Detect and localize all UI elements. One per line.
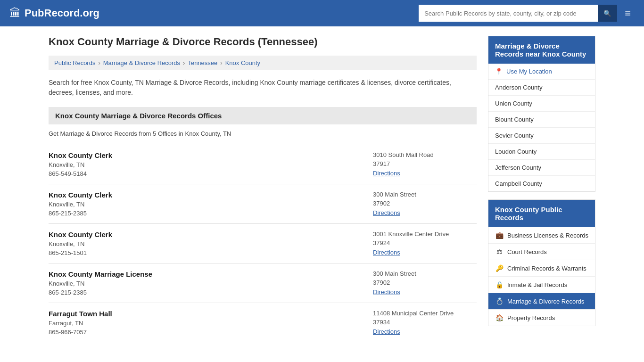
office-phone-0: 865-549-5184	[49, 170, 373, 177]
record-label-3: Inmate & Jail Records	[507, 281, 567, 288]
county-link-0[interactable]: Anderson County	[495, 84, 542, 91]
record-icon-4: 💍	[495, 297, 504, 305]
sidebar-record-2[interactable]: 🔑 Criminal Records & Warrants	[488, 260, 595, 277]
record-label-5: Property Records	[507, 314, 555, 321]
breadcrumb: Public Records › Marriage & Divorce Reco…	[49, 56, 477, 70]
search-button[interactable]: 🔍	[598, 5, 617, 22]
search-bar: 🔍	[419, 5, 617, 22]
county-link-6[interactable]: Campbell County	[495, 180, 542, 187]
logo-text: PubRecord.org	[25, 7, 99, 19]
sidebar-record-4[interactable]: 💍 Marriage & Divorce Records	[488, 293, 595, 310]
header-right: 🔍 ≡	[419, 5, 635, 22]
office-name-0: Knox County Clerk	[49, 151, 373, 159]
record-icon-0: 💼	[495, 231, 504, 239]
office-right-2: 3001 Knoxville Center Drive 37924 Direct…	[373, 230, 477, 256]
search-icon: 🔍	[603, 10, 611, 17]
office-city-4: Farragut, TN	[49, 320, 373, 327]
breadcrumb-sep-1: ›	[98, 59, 100, 66]
sidebar-public-records-title: Knox County Public Records	[488, 200, 595, 227]
record-icon-1: ⚖	[495, 248, 504, 255]
sidebar-nearby-section: Marriage & Divorce Records near Knox Cou…	[488, 36, 595, 192]
office-entry-4: Farragut Town Hall Farragut, TN 865-966-…	[49, 303, 477, 342]
sidebar-record-0[interactable]: 💼 Business Licenses & Records	[488, 227, 595, 244]
directions-link-0[interactable]: Directions	[373, 170, 400, 177]
office-left-0: Knox County Clerk Knoxville, TN 865-549-…	[49, 151, 373, 177]
office-left-3: Knox County Marriage License Knoxville, …	[49, 270, 373, 296]
directions-link-3[interactable]: Directions	[373, 288, 400, 296]
county-link-2[interactable]: Blount County	[495, 116, 534, 123]
directions-link-4[interactable]: Directions	[373, 328, 400, 335]
office-right-4: 11408 Municipal Center Drive 37934 Direc…	[373, 310, 477, 335]
office-phone-2: 865-215-1501	[49, 249, 373, 256]
sidebar-record-1[interactable]: ⚖ Court Records	[488, 244, 595, 260]
sidebar-county-4[interactable]: Loudon County	[488, 144, 595, 160]
sidebar-record-3[interactable]: 🔒 Inmate & Jail Records	[488, 277, 595, 293]
page-description: Search for free Knox County, TN Marriage…	[49, 78, 477, 98]
page-title: Knox County Marriage & Divorce Records (…	[49, 36, 477, 48]
office-city-0: Knoxville, TN	[49, 161, 373, 168]
sidebar-record-5[interactable]: 🏠 Property Records	[488, 310, 595, 326]
location-icon: 📍	[495, 68, 503, 75]
office-address-4: 11408 Municipal Center Drive	[373, 310, 477, 317]
office-name-4: Farragut Town Hall	[49, 310, 373, 318]
county-link-1[interactable]: Union County	[495, 100, 532, 107]
logo[interactable]: 🏛 PubRecord.org	[9, 7, 99, 20]
office-address-2: 3001 Knoxville Center Drive	[373, 230, 477, 238]
office-entry-2: Knox County Clerk Knoxville, TN 865-215-…	[49, 224, 477, 263]
sidebar-county-3[interactable]: Sevier County	[488, 128, 595, 144]
office-zip-1: 37902	[373, 200, 477, 207]
office-zip-2: 37924	[373, 239, 477, 247]
breadcrumb-sep-2: ›	[183, 59, 185, 66]
office-city-2: Knoxville, TN	[49, 240, 373, 247]
section-heading: Knox County Marriage & Divorce Records O…	[49, 107, 477, 124]
breadcrumb-public-records[interactable]: Public Records	[54, 59, 95, 66]
record-label-0: Business Licenses & Records	[507, 232, 588, 239]
site-header: 🏛 PubRecord.org 🔍 ≡	[0, 0, 644, 26]
sidebar-county-0[interactable]: Anderson County	[488, 80, 595, 96]
office-phone-4: 865-966-7057	[49, 329, 373, 336]
county-link-3[interactable]: Sevier County	[495, 132, 534, 139]
sidebar-county-5[interactable]: Jefferson County	[488, 160, 595, 176]
breadcrumb-marriage-divorce[interactable]: Marriage & Divorce Records	[103, 59, 180, 66]
office-name-2: Knox County Clerk	[49, 230, 373, 239]
record-icon-5: 🏠	[495, 314, 504, 321]
office-name-1: Knox County Clerk	[49, 191, 373, 199]
sidebar-county-2[interactable]: Blount County	[488, 112, 595, 128]
office-right-0: 3010 South Mall Road 37917 Directions	[373, 151, 477, 177]
office-count: Get Marriage & Divorce Records from 5 Of…	[49, 130, 477, 137]
office-left-2: Knox County Clerk Knoxville, TN 865-215-…	[49, 230, 373, 256]
record-label-2: Criminal Records & Warrants	[507, 265, 586, 272]
sidebar-use-location[interactable]: 📍 Use My Location	[488, 64, 595, 80]
county-link-5[interactable]: Jefferson County	[495, 164, 541, 171]
menu-button[interactable]: ≡	[621, 6, 635, 20]
sidebar-county-6[interactable]: Campbell County	[488, 176, 595, 191]
sidebar: Marriage & Divorce Records near Knox Cou…	[488, 36, 595, 342]
sidebar-public-records-section: Knox County Public Records 💼 Business Li…	[488, 199, 595, 326]
office-right-3: 300 Main Street 37902 Directions	[373, 270, 477, 296]
office-phone-1: 865-215-2385	[49, 210, 373, 217]
county-link-4[interactable]: Loudon County	[495, 148, 537, 155]
office-city-1: Knoxville, TN	[49, 201, 373, 208]
directions-link-2[interactable]: Directions	[373, 249, 400, 256]
search-input[interactable]	[419, 5, 598, 22]
sidebar-county-1[interactable]: Union County	[488, 96, 595, 112]
directions-link-1[interactable]: Directions	[373, 209, 400, 216]
content-area: Knox County Marriage & Divorce Records (…	[49, 36, 477, 342]
sidebar-nearby-title: Marriage & Divorce Records near Knox Cou…	[488, 36, 595, 64]
office-address-0: 3010 South Mall Road	[373, 151, 477, 158]
record-label-4: Marriage & Divorce Records	[507, 298, 584, 305]
office-left-1: Knox County Clerk Knoxville, TN 865-215-…	[49, 191, 373, 217]
office-name-3: Knox County Marriage License	[49, 270, 373, 278]
use-location-label: Use My Location	[506, 68, 552, 75]
office-entry-3: Knox County Marriage License Knoxville, …	[49, 263, 477, 303]
menu-icon: ≡	[625, 7, 631, 19]
record-icon-3: 🔒	[495, 281, 504, 288]
record-icon-2: 🔑	[495, 264, 504, 272]
office-entry-0: Knox County Clerk Knoxville, TN 865-549-…	[49, 145, 477, 184]
record-label-1: Court Records	[507, 248, 547, 255]
breadcrumb-tennessee[interactable]: Tennessee	[188, 59, 217, 66]
breadcrumb-sep-3: ›	[220, 59, 222, 66]
breadcrumb-knox-county[interactable]: Knox County	[225, 59, 260, 66]
office-left-4: Farragut Town Hall Farragut, TN 865-966-…	[49, 310, 373, 336]
office-address-3: 300 Main Street	[373, 270, 477, 277]
